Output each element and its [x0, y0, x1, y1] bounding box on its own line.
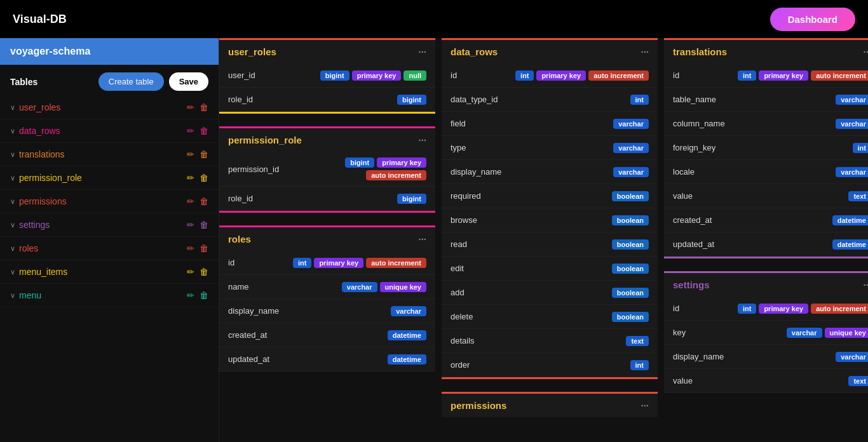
table-title-data_rows: data_rows [451, 46, 498, 57]
save-button[interactable]: Save [169, 72, 208, 91]
tag-int: int [515, 70, 534, 81]
tag-primary-key: primary key [352, 70, 402, 81]
tag-varchar: varchar [613, 143, 649, 153]
tag-varchar: varchar [836, 119, 868, 129]
delete-icon[interactable]: 🗑 [200, 243, 208, 253]
tag-boolean: boolean [612, 312, 649, 322]
sidebar-item-menu[interactable]: ∨ menu ✏ 🗑 [0, 284, 219, 307]
tag-varchar: varchar [613, 119, 649, 129]
sidebar-item-label: menu [19, 290, 182, 300]
table-row: type varchar [442, 136, 658, 160]
delete-icon[interactable]: 🗑 [200, 173, 208, 183]
edit-icon[interactable]: ✏ [187, 102, 194, 112]
canvas-scroll: user_roles ··· user_id bigint primary ke… [219, 38, 868, 442]
tag-int: int [738, 304, 756, 314]
delete-icon[interactable]: 🗑 [200, 267, 208, 277]
edit-icon[interactable]: ✏ [187, 196, 194, 206]
col-3: translations ··· id int primary key auto… [664, 38, 868, 442]
delete-icon[interactable]: 🗑 [200, 290, 208, 300]
sidebar-item-permission_role[interactable]: ∨ permission_role ✏ 🗑 [0, 166, 219, 190]
field-name: value [673, 191, 730, 201]
field-tags: text [848, 191, 868, 201]
table-menu-icon[interactable]: ··· [863, 279, 868, 290]
edit-icon[interactable]: ✏ [187, 243, 194, 253]
table-menu-icon[interactable]: ··· [418, 234, 426, 244]
table-data_rows: data_rows ··· id int primary key auto in… [442, 38, 658, 379]
arrow-icon: ∨ [10, 198, 15, 206]
table-menu-icon[interactable]: ··· [418, 135, 426, 145]
create-table-button[interactable]: Create table [98, 72, 164, 91]
col-1: user_roles ··· user_id bigint primary ke… [219, 38, 435, 442]
field-tags: varchar [391, 306, 426, 316]
table-menu-icon[interactable]: ··· [641, 46, 649, 57]
table-row: display_name varchar [219, 299, 435, 323]
col-2: data_rows ··· id int primary key auto in… [442, 38, 658, 442]
table-user_roles: user_roles ··· user_id bigint primary ke… [219, 38, 435, 114]
tag-boolean: boolean [612, 191, 649, 201]
edit-icon[interactable]: ✏ [187, 267, 194, 277]
table-row: key varchar unique key [664, 321, 868, 345]
field-tags: varchar [836, 167, 868, 177]
sidebar-item-translations[interactable]: ∨ translations ✏ 🗑 [0, 143, 219, 166]
sidebar-item-label: menu_items [19, 267, 182, 277]
sidebar-item-menu_items[interactable]: ∨ menu_items ✏ 🗑 [0, 260, 219, 284]
field-tags: int primary key auto increment [738, 304, 868, 314]
delete-icon[interactable]: 🗑 [200, 220, 208, 230]
sidebar-item-label: roles [19, 243, 182, 253]
sidebar-item-label: permissions [19, 196, 182, 206]
field-name: browse [451, 215, 508, 225]
table-menu-icon[interactable]: ··· [863, 46, 868, 57]
table-menu-icon[interactable]: ··· [641, 400, 649, 411]
sidebar-item-user_roles[interactable]: ∨ user_roles ✏ 🗑 [0, 96, 219, 119]
edit-icon[interactable]: ✏ [187, 220, 194, 230]
tag-boolean: boolean [612, 264, 649, 274]
table-row: id int primary key auto increment [219, 251, 435, 275]
tables-label: Tables [10, 77, 37, 87]
table-row: id int primary key auto increment [442, 64, 658, 88]
delete-icon[interactable]: 🗑 [200, 126, 208, 136]
edit-icon[interactable]: ✏ [187, 126, 194, 136]
sidebar-item-permissions[interactable]: ∨ permissions ✏ 🗑 [0, 190, 219, 213]
canvas: user_roles ··· user_id bigint primary ke… [219, 38, 868, 442]
sidebar-item-data_rows[interactable]: ∨ data_rows ✏ 🗑 [0, 119, 219, 143]
tag-auto-increment: auto increment [811, 304, 868, 314]
edit-icon[interactable]: ✏ [187, 173, 194, 183]
dashboard-button[interactable]: Dashboard [770, 8, 855, 31]
field-tags: int primary key auto increment [515, 70, 649, 81]
edit-icon[interactable]: ✏ [187, 149, 194, 159]
field-tags: text [626, 336, 649, 346]
sidebar-item-label: user_roles [19, 102, 182, 112]
field-tags: varchar [836, 95, 868, 105]
delete-icon[interactable]: 🗑 [200, 149, 208, 159]
edit-icon[interactable]: ✏ [187, 290, 194, 300]
sidebar-item-roles[interactable]: ∨ roles ✏ 🗑 [0, 237, 219, 260]
field-name: user_id [228, 70, 285, 80]
field-tags: boolean [612, 239, 649, 250]
sidebar-item-settings[interactable]: ∨ settings ✏ 🗑 [0, 213, 219, 237]
field-name: delete [451, 312, 508, 321]
field-tags: datetime [832, 239, 868, 250]
field-tags: bigint primary key auto increment [285, 157, 426, 180]
tag-auto-increment: auto increment [811, 70, 868, 81]
tag-text: text [848, 376, 868, 386]
tag-boolean: boolean [612, 239, 649, 250]
tag-datetime: datetime [832, 239, 868, 250]
tag-varchar: varchar [391, 306, 426, 316]
table-menu-icon[interactable]: ··· [418, 46, 426, 57]
table-row: user_id bigint primary key null [219, 64, 435, 88]
schema-name: voyager-schema [0, 38, 219, 65]
tag-varchar: varchar [836, 352, 868, 362]
delete-icon[interactable]: 🗑 [200, 102, 208, 112]
field-tags: varchar [613, 119, 649, 129]
tag-varchar: varchar [836, 95, 868, 105]
table-row: add boolean [442, 281, 658, 305]
table-body-user_roles: user_id bigint primary key null role_id … [219, 64, 435, 112]
tag-auto-increment: auto increment [588, 70, 649, 81]
field-name: updated_at [228, 354, 285, 364]
tag-bigint: bigint [345, 157, 374, 168]
arrow-icon: ∨ [10, 268, 15, 276]
delete-icon[interactable]: 🗑 [200, 196, 208, 206]
table-permission_role: permission_role ··· permission_id bigint… [219, 126, 435, 213]
field-tags: varchar [836, 119, 868, 129]
tag-unique-key: unique key [380, 282, 426, 292]
